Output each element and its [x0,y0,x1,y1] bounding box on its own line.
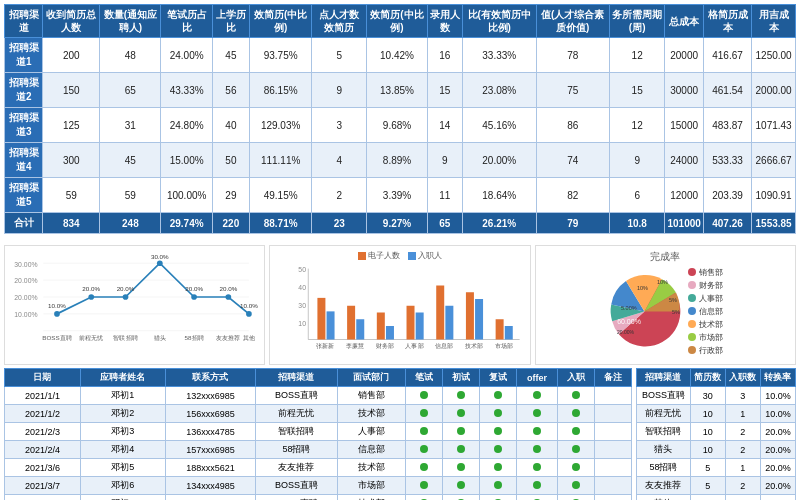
main-cell: 12 [609,108,665,143]
main-cell: 74 [536,143,609,178]
header-hired: 录用人数 [427,5,462,38]
main-cell: 48 [100,38,161,73]
main-row-label: 招聘渠道1 [5,38,43,73]
svg-text:20.00%: 20.00% [617,329,635,335]
main-cell: 75 [536,73,609,108]
main-cell: 45 [212,38,249,73]
svg-text:10: 10 [299,320,307,327]
svg-point-10 [88,294,94,300]
pie-legend: 销售部 财务部 人事部 信息部 技术部 市场部 行政部 [688,267,723,356]
header-eff-pct: 效简历(中比例) [249,5,311,38]
header-ratio: 比(有效简历中比例) [462,5,536,38]
dt-name: 应聘者姓名 [80,369,165,387]
detail-table-wrap: 日期 应聘者姓名 联系方式 招聘渠道 面试部门 笔试 初试 复试 offer 入… [4,368,632,500]
svg-text:5%: 5% [669,297,677,303]
total-cell: 101000 [665,213,703,234]
total-cell: 220 [212,213,249,234]
header-talent: 点人才数效简历 [312,5,367,38]
main-cell: 3 [312,108,367,143]
main-row-label: 招聘渠道5 [5,178,43,213]
dot-cell [480,495,517,501]
total-cell: 248 [100,213,161,234]
main-cell: 78 [536,38,609,73]
svg-rect-37 [327,311,335,339]
dot-cell [517,387,558,405]
main-cell: 30000 [665,73,703,108]
detail-cell: 136xxx4785 [165,423,256,441]
svg-text:10%: 10% [657,279,668,285]
dot-green [533,463,541,471]
main-cell: 1071.43 [752,108,796,143]
dot-green [420,409,428,417]
side-cell: 2 [725,477,760,495]
main-cell: 203.39 [703,178,751,213]
dt-entry: 入职 [557,369,594,387]
main-cell: 5 [312,38,367,73]
svg-rect-46 [466,292,474,339]
dot-cell [517,477,558,495]
svg-text:20.0%: 20.0% [117,285,135,292]
main-cell: 15000 [665,108,703,143]
dot-cell [406,495,443,501]
svg-text:信息部: 信息部 [435,343,453,350]
note-cell [594,387,631,405]
side-cell: 30 [690,387,725,405]
main-cell: 86.15% [249,73,311,108]
side-cell: 2 [725,423,760,441]
dot-cell [406,405,443,423]
detail-cell: BOSS直聘 [256,387,337,405]
svg-text:其他: 其他 [243,334,255,341]
detail-cell: 技术部 [337,405,406,423]
detail-table: 日期 应聘者姓名 联系方式 招聘渠道 面试部门 笔试 初试 复试 offer 入… [4,368,632,500]
side-cell: 前程无忧 [637,405,691,423]
detail-cell: 2021/2/4 [5,441,81,459]
side-cell: 10 [690,441,725,459]
side-cell: 2 [690,495,725,501]
main-cell: 24000 [665,143,703,178]
dot-cell [557,387,594,405]
dt-phone: 联系方式 [165,369,256,387]
detail-cell: 邓初1 [80,387,165,405]
dot-cell [406,477,443,495]
main-row-label: 招聘渠道4 [5,143,43,178]
dot-cell [443,459,480,477]
dot-green [457,427,465,435]
dot-green [457,463,465,471]
dt-channel: 招聘渠道 [256,369,337,387]
st-channel: 招聘渠道 [637,369,691,387]
dot-cell [443,477,480,495]
svg-text:前程无忧: 前程无忧 [79,334,103,341]
dot-green [457,391,465,399]
main-cell: 200 [43,38,100,73]
side-cell: 10.0% [760,405,795,423]
st-rate: 转换率 [760,369,795,387]
note-cell [594,495,631,501]
dt-offer: offer [517,369,558,387]
total-cell: 88.71% [249,213,311,234]
dot-green [494,463,502,471]
note-cell [594,477,631,495]
dot-cell [517,405,558,423]
total-cell: 65 [427,213,462,234]
detail-row: 日期 应聘者姓名 联系方式 招聘渠道 面试部门 笔试 初试 复试 offer 入… [4,368,796,500]
bar-legend2: 入职人 [408,250,442,261]
detail-cell: 邓初2 [80,405,165,423]
total-cell: 9.27% [367,213,428,234]
main-cell: 9 [312,73,367,108]
detail-cell: 技术部 [337,459,406,477]
total-cell: 10.8 [609,213,665,234]
main-table: 招聘渠道 收到简历总人数 数量(通知应聘人) 笔试历占比 上学历比 效简历(中比… [4,4,796,234]
dot-cell [557,477,594,495]
main-cell: 20000 [665,38,703,73]
main-cell: 2666.67 [752,143,796,178]
total-cell: 834 [43,213,100,234]
main-cell: 20.00% [462,143,536,178]
main-cell: 31 [100,108,161,143]
side-cell: 3 [725,387,760,405]
svg-rect-42 [407,306,415,340]
dot-green [572,481,580,489]
dot-cell [443,405,480,423]
svg-point-11 [123,294,129,300]
dt-date: 日期 [5,369,81,387]
side-cell: 20.0% [760,423,795,441]
